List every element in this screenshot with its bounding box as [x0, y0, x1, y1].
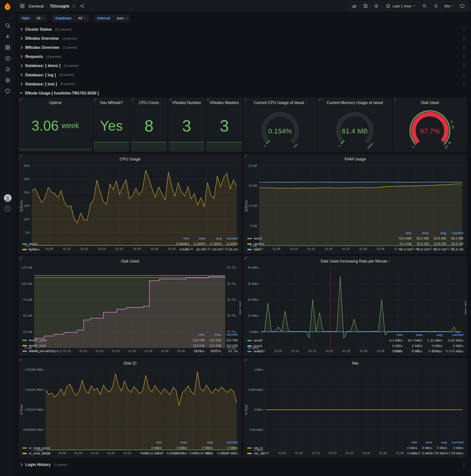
- panel-info-icon[interactable]: i: [393, 98, 398, 103]
- panel-title[interactable]: Has MNode?: [93, 99, 129, 106]
- disk-used-chart[interactable]: 0 GiB25 GiB50 GiB75 GiB100 GiB125 GiB97.…: [19, 265, 241, 332]
- drag-handle-icon[interactable]: [462, 54, 465, 59]
- svg-text:0: 0: [263, 144, 267, 148]
- save-dashboard-icon[interactable]: [361, 1, 370, 11]
- favorite-star-icon[interactable]: ☆: [72, 3, 76, 9]
- panel-title[interactable]: Current Memory Usage of taosd: [318, 99, 391, 106]
- svg-text:0.000500 MB/s: 0.000500 MB/s: [23, 428, 44, 432]
- explore-compass-icon[interactable]: [4, 55, 11, 62]
- panel-info-icon[interactable]: i: [244, 358, 249, 363]
- svg-text:01:00: 01:00: [255, 247, 263, 251]
- row-dnodes-overview[interactable]: DNodes Overview (4 panels): [19, 34, 467, 43]
- svg-text:40 MB/s: 40 MB/s: [248, 266, 259, 269]
- panel-info-icon[interactable]: i: [206, 98, 211, 103]
- panel-info-icon[interactable]: i: [19, 358, 24, 363]
- time-range-picker[interactable]: Last 1 hour ▾: [383, 1, 418, 11]
- panel-info-icon[interactable]: i: [169, 98, 174, 103]
- panel-info-icon[interactable]: i: [244, 98, 249, 103]
- refresh-interval-select[interactable]: 30s ▾: [441, 2, 455, 10]
- panel-info-icon[interactable]: i: [318, 98, 323, 103]
- panel-info-icon[interactable]: i: [131, 98, 136, 103]
- panel-info-icon[interactable]: i: [244, 154, 249, 159]
- row-dnode-usage[interactable]: DNode Usage [ huolinhe-TM1701:6030 ]: [19, 89, 467, 97]
- dashboard-content: fqdn All▾ Database All▾ Interval auto▾ C…: [15, 12, 471, 469]
- panel-title[interactable]: Disk Used: [19, 257, 241, 265]
- svg-text:0 Mb/s: 0 Mb/s: [254, 408, 263, 411]
- variable-fqdn: fqdn All▾: [19, 15, 47, 22]
- row-database-demo[interactable]: Database: [ demo ] (5 panels): [19, 61, 467, 70]
- server-admin-shield-icon[interactable]: [4, 88, 11, 94]
- panel-title[interactable]: Disk IO: [19, 359, 241, 367]
- drag-handle-icon[interactable]: [462, 45, 465, 50]
- disk-rate-chart[interactable]: -10 MB/s0 MB/s10 MB/s20 MB/s30 MB/s40 MB…: [244, 265, 467, 332]
- refresh-icon[interactable]: [431, 2, 441, 10]
- search-icon[interactable]: [4, 22, 11, 29]
- share-icon[interactable]: [78, 2, 86, 10]
- drag-handle-icon[interactable]: [462, 462, 465, 467]
- panel-title[interactable]: Current CPU Usage of taosd▾: [244, 99, 316, 106]
- cycle-view-monitor-icon[interactable]: [458, 1, 467, 11]
- panel-info-icon[interactable]: i: [93, 98, 98, 103]
- panel-info-icon[interactable]: i: [19, 154, 24, 159]
- svg-text:01:40: 01:40: [161, 349, 168, 353]
- panel-info-icon[interactable]: i: [244, 256, 249, 261]
- svg-text:01:25: 01:25: [343, 349, 350, 353]
- user-avatar[interactable]: [4, 194, 11, 202]
- help-icon[interactable]: ?: [5, 206, 11, 212]
- svg-text:01:25: 01:25: [346, 451, 353, 455]
- row-login-history[interactable]: Login History (1 panel): [19, 460, 467, 469]
- drag-handle-icon[interactable]: [462, 72, 465, 77]
- variable-fqdn-value[interactable]: All▾: [33, 15, 47, 22]
- alerting-bell-icon[interactable]: [4, 66, 11, 72]
- svg-text:IO Rate: IO Rate: [20, 405, 23, 415]
- panel-title[interactable]: Disk Used: [393, 99, 466, 106]
- row-database-test[interactable]: Database: [ test ] (5 panels): [19, 80, 467, 88]
- chevron-down-icon: ▾: [414, 5, 415, 7]
- cpu-usage-chart[interactable]: 0%5%10%15%20%25%30%01:0001:0501:1001:150…: [19, 163, 241, 236]
- panel-title[interactable]: RAM Usage: [244, 155, 467, 163]
- panel-menu-icon[interactable]: ▾: [388, 260, 390, 262]
- variable-database-value[interactable]: All▾: [75, 15, 88, 22]
- disk-io-chart[interactable]: 0 MB/s0.000500 MB/s0.00100 MB/s0.00150 M…: [19, 367, 241, 440]
- breadcrumb-page-title[interactable]: TDinsight: [50, 3, 69, 8]
- row-cluster-status[interactable]: Cluster Status (21 panels): [19, 25, 467, 33]
- dashboard-settings-gear-icon[interactable]: [372, 1, 381, 11]
- row-database-log[interactable]: Database: [ log ] (5 panels): [19, 70, 467, 79]
- breadcrumb-section[interactable]: General: [29, 3, 44, 8]
- chevron-down-icon: ▾: [126, 17, 127, 20]
- svg-text:01:25: 01:25: [342, 247, 350, 251]
- create-plus-icon[interactable]: [4, 33, 11, 40]
- panel-menu-icon[interactable]: ▾: [305, 101, 307, 104]
- variable-interval-value[interactable]: auto▾: [114, 15, 130, 22]
- grafana-logo-icon[interactable]: [3, 2, 12, 11]
- svg-text:01:10: 01:10: [290, 247, 298, 251]
- drag-handle-icon[interactable]: [462, 36, 465, 41]
- zoom-out-icon[interactable]: [420, 1, 429, 11]
- svg-text:01:20: 01:20: [107, 451, 115, 455]
- svg-text:01:25: 01:25: [124, 451, 131, 455]
- panel-title[interactable]: Disk Used Increasing Rate per Minute▾: [244, 257, 467, 265]
- row-requests[interactable]: Requests (4 panels): [19, 52, 467, 61]
- dashboard-grid-icon[interactable]: [18, 2, 26, 10]
- svg-text:0: 0: [412, 145, 415, 149]
- svg-text:01:05: 01:05: [47, 349, 54, 353]
- panel-info-icon[interactable]: i: [19, 256, 24, 261]
- drag-handle-icon[interactable]: [462, 27, 465, 31]
- ram-usage-chart[interactable]: 0 MB5 GB10 GB15 GB20 GB01:0001:0501:1001…: [244, 163, 467, 230]
- net-chart[interactable]: -1 Mb/s-0.50 Mb/s0 Mb/s0.500 Mb/s1 Mb/s0…: [244, 367, 467, 440]
- panel-title[interactable]: CPU Usage: [19, 155, 241, 163]
- row-mnodes-overview[interactable]: MNodes Overview (2 panels): [19, 43, 467, 52]
- panel-title[interactable]: Net: [244, 359, 467, 367]
- configuration-gear-icon[interactable]: [4, 77, 11, 84]
- sidebar: ?: [0, 0, 15, 476]
- panel-title[interactable]: Uptime: [19, 99, 92, 106]
- drag-handle-icon[interactable]: [462, 63, 465, 68]
- panel-title[interactable]: VNodes Masters: [206, 99, 242, 106]
- svg-text:01:00: 01:00: [28, 247, 35, 251]
- panel-info-icon[interactable]: i: [19, 98, 24, 103]
- add-panel-icon[interactable]: [350, 1, 359, 11]
- panel-title[interactable]: CPU Cores: [131, 99, 167, 106]
- drag-handle-icon[interactable]: [462, 82, 465, 86]
- panel-title[interactable]: VNodes Number: [169, 99, 205, 106]
- dashboards-icon[interactable]: [4, 44, 11, 51]
